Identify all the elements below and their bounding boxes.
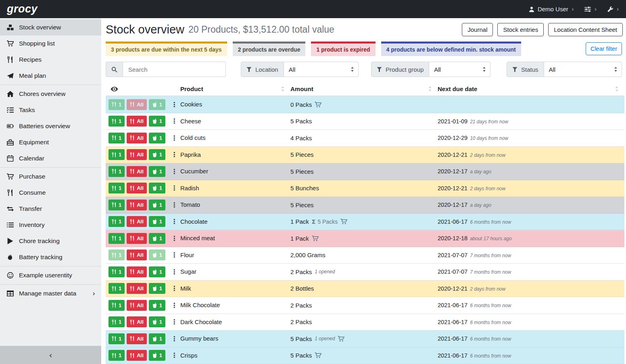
product-group-select[interactable]: All (429, 62, 490, 77)
consume-one-button[interactable]: 1 (109, 233, 125, 244)
open-one-button[interactable]: 1 (149, 200, 165, 210)
row-menu-button[interactable]: ⋮ (171, 218, 177, 225)
sidebar-item-example-userentity[interactable]: Example userentity › (0, 267, 101, 283)
consume-one-button[interactable]: 1 (109, 300, 125, 311)
consume-one-button[interactable]: 1 (109, 200, 125, 210)
open-one-button[interactable]: 1 (149, 216, 165, 227)
sidebar-item-recipes[interactable]: Recipes › (0, 52, 101, 68)
stock-entries-button[interactable]: Stock entries (497, 23, 544, 36)
grocy-logo[interactable]: grocy (7, 3, 38, 15)
consume-all-button[interactable]: All (127, 216, 147, 227)
sidebar-item-battery-tracking[interactable]: Battery tracking › (0, 249, 101, 265)
consume-one-button[interactable]: 1 (109, 183, 125, 193)
open-one-button[interactable]: 1 (149, 166, 165, 177)
consume-all-button[interactable]: All (127, 149, 147, 160)
consume-one-button[interactable]: 1 (109, 316, 125, 327)
consume-all-button[interactable]: All (127, 200, 147, 210)
consume-one-button[interactable]: 1 (109, 283, 125, 294)
consume-all-button[interactable]: All (127, 116, 147, 127)
row-menu-button[interactable]: ⋮ (171, 151, 177, 158)
open-one-button[interactable]: 1 (149, 250, 165, 260)
sidebar-item-shopping-list[interactable]: Shopping list › (0, 35, 101, 52)
row-menu-button[interactable]: ⋮ (171, 268, 177, 276)
open-one-button[interactable]: 1 (149, 350, 165, 361)
consume-one-button[interactable]: 1 (109, 216, 125, 227)
row-menu-button[interactable]: ⋮ (171, 184, 177, 192)
consume-all-button[interactable]: All (127, 316, 147, 327)
open-one-button[interactable]: 1 (149, 149, 165, 160)
row-menu-button[interactable]: ⋮ (171, 251, 177, 259)
admin-menu[interactable]: › (607, 6, 619, 12)
open-one-button[interactable]: 1 (149, 266, 165, 277)
consume-all-button[interactable]: All (127, 266, 147, 277)
status-banner-secondary[interactable]: 2 products are overdue (233, 42, 306, 56)
open-one-button[interactable]: 1 (149, 316, 165, 327)
consume-one-button[interactable]: 1 (109, 133, 125, 144)
user-menu[interactable]: Demo User › (529, 6, 574, 12)
consume-one-button[interactable]: 1 (109, 166, 125, 177)
sidebar-item-purchase[interactable]: Purchase › (0, 168, 101, 185)
search-input[interactable] (123, 62, 226, 77)
location-content-sheet-button[interactable]: Location Content Sheet (548, 23, 623, 36)
row-menu-button[interactable]: ⋮ (171, 168, 177, 175)
open-one-button[interactable]: 1 (149, 133, 165, 144)
consume-all-button[interactable]: All (127, 333, 147, 344)
open-one-button[interactable]: 1 (149, 99, 165, 110)
column-header-amount[interactable]: Amount (290, 85, 438, 92)
consume-all-button[interactable]: All (127, 183, 147, 193)
row-menu-button[interactable]: ⋮ (171, 318, 177, 326)
consume-one-button[interactable]: 1 (109, 149, 125, 160)
journal-button[interactable]: Journal (462, 23, 493, 36)
open-one-button[interactable]: 1 (149, 283, 165, 294)
sidebar-item-consume[interactable]: Consume › (0, 185, 101, 201)
row-menu-button[interactable]: ⋮ (171, 335, 177, 343)
open-one-button[interactable]: 1 (149, 333, 165, 344)
sidebar-item-calendar[interactable]: Calendar › (0, 150, 101, 166)
sidebar-item-manage-master-data[interactable]: Manage master data › (0, 285, 101, 302)
sidebar-item-transfer[interactable]: Transfer › (0, 201, 101, 217)
status-banner-primary[interactable]: 4 products are below defined min. stock … (381, 42, 521, 56)
row-menu-button[interactable]: ⋮ (171, 101, 177, 108)
status-banner-danger[interactable]: 1 product is expired (311, 42, 375, 56)
row-menu-button[interactable]: ⋮ (171, 302, 177, 309)
sidebar-item-meal-plan[interactable]: Meal plan › (0, 68, 101, 84)
consume-all-button[interactable]: All (127, 133, 147, 144)
consume-one-button[interactable]: 1 (109, 333, 125, 344)
row-menu-button[interactable]: ⋮ (171, 235, 177, 242)
row-menu-button[interactable]: ⋮ (171, 352, 177, 359)
sidebar-item-inventory[interactable]: Inventory › (0, 217, 101, 233)
consume-all-button[interactable]: All (127, 250, 147, 260)
consume-all-button[interactable]: All (127, 233, 147, 244)
column-header-due-date[interactable]: Next due date (438, 85, 624, 92)
consume-one-button[interactable]: 1 (109, 266, 125, 277)
status-banner-warning[interactable]: 3 products are due within the next 5 day… (106, 42, 227, 56)
settings-menu[interactable]: › (584, 6, 597, 12)
sidebar-item-equipment[interactable]: Equipment › (0, 134, 101, 150)
status-select[interactable]: All (544, 62, 622, 77)
sidebar-item-chore-tracking[interactable]: Chore tracking › (0, 233, 101, 249)
consume-all-button[interactable]: All (127, 283, 147, 294)
sidebar-item-chores-overview[interactable]: Chores overview › (0, 86, 101, 102)
consume-one-button[interactable]: 1 (109, 350, 125, 361)
row-menu-button[interactable]: ⋮ (171, 134, 177, 142)
consume-one-button[interactable]: 1 (109, 116, 125, 127)
consume-one-button[interactable]: 1 (109, 99, 125, 110)
consume-all-button[interactable]: All (127, 99, 147, 110)
open-one-button[interactable]: 1 (149, 300, 165, 311)
consume-one-button[interactable]: 1 (109, 250, 125, 260)
sidebar-collapse-button[interactable]: ‹ (0, 346, 101, 364)
open-one-button[interactable]: 1 (149, 233, 165, 244)
clear-filter-button[interactable]: Clear filter (586, 42, 622, 55)
consume-all-button[interactable]: All (127, 300, 147, 311)
open-one-button[interactable]: 1 (149, 183, 165, 193)
sidebar-item-tasks[interactable]: Tasks › (0, 102, 101, 118)
row-menu-button[interactable]: ⋮ (171, 117, 177, 125)
sidebar-item-batteries-overview[interactable]: Batteries overview › (0, 118, 101, 134)
sidebar-item-stock-overview[interactable]: Stock overview › (0, 19, 101, 35)
consume-all-button[interactable]: All (127, 166, 147, 177)
location-select[interactable]: All (284, 62, 359, 77)
column-header-product[interactable]: Product (180, 85, 290, 92)
consume-all-button[interactable]: All (127, 350, 147, 361)
eye-icon[interactable] (111, 86, 118, 92)
row-menu-button[interactable]: ⋮ (171, 201, 177, 209)
